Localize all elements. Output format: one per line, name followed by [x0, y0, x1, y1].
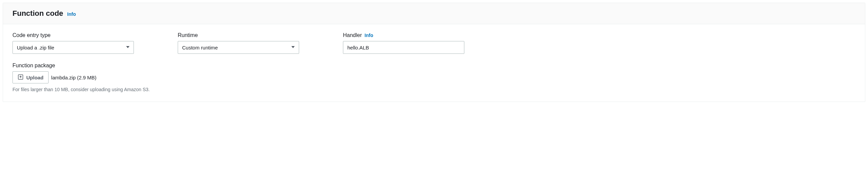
panel-title: Function code: [12, 9, 63, 18]
panel-body: Code entry type Upload a .zip file Runti…: [3, 24, 865, 102]
upload-button[interactable]: Upload: [12, 71, 49, 83]
info-link[interactable]: Info: [67, 11, 76, 17]
function-code-panel: Function code Info Code entry type Uploa…: [3, 3, 865, 102]
code-entry-type-label: Code entry type: [12, 32, 157, 38]
upload-row: Upload lambda.zip (2.9 MB): [12, 71, 856, 83]
upload-button-label: Upload: [26, 75, 44, 80]
function-package-label: Function package: [12, 63, 856, 69]
upload-hint: For files larger than 10 MB, consider up…: [12, 87, 856, 92]
uploaded-file-name: lambda.zip (2.9 MB): [51, 75, 96, 80]
runtime-label: Runtime: [178, 32, 323, 38]
runtime-value: Custom runtime: [182, 45, 218, 50]
fields-row: Code entry type Upload a .zip file Runti…: [12, 32, 856, 54]
handler-field: Handler Info: [343, 32, 488, 54]
function-package-section: Function package Upload lambda.zip (2.9 …: [12, 63, 856, 92]
handler-label-row: Handler Info: [343, 32, 488, 38]
code-entry-type-value: Upload a .zip file: [17, 45, 54, 50]
upload-icon: [18, 74, 24, 81]
code-entry-type-select[interactable]: Upload a .zip file: [12, 41, 134, 54]
runtime-select[interactable]: Custom runtime: [178, 41, 299, 54]
panel-header: Function code Info: [3, 3, 865, 24]
handler-label: Handler: [343, 32, 362, 38]
handler-input[interactable]: [343, 41, 464, 54]
handler-info-link[interactable]: Info: [365, 33, 373, 38]
code-entry-type-field: Code entry type Upload a .zip file: [12, 32, 157, 54]
runtime-field: Runtime Custom runtime: [178, 32, 323, 54]
